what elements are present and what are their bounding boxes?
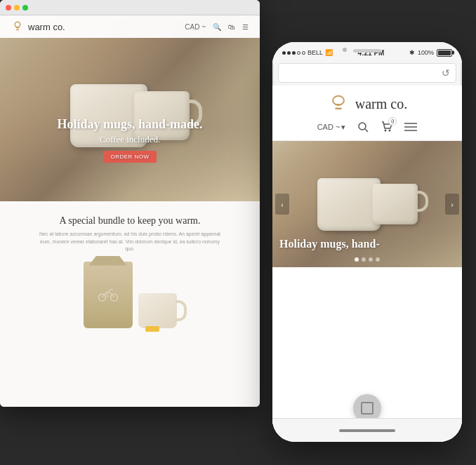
carousel-dot-4[interactable] xyxy=(376,257,380,262)
mobile-large-mug xyxy=(317,178,381,231)
site-logo: warm co. xyxy=(11,20,65,33)
battery-fill xyxy=(438,50,451,55)
desktop-site: warm co. CAD ~ 🔍 🛍 ☰ Holiday mugs, hand-… xyxy=(0,15,260,407)
hero-cta-button[interactable]: ORDER NOW xyxy=(103,151,156,163)
dropdown-chevron-icon: ▾ xyxy=(341,123,345,132)
home-indicator[interactable] xyxy=(339,429,395,432)
status-left: BELL 📶 xyxy=(282,49,333,56)
mobile-small-mug xyxy=(372,184,418,224)
mobile-bottom-bar xyxy=(272,418,462,442)
fab-icon xyxy=(361,402,373,415)
mobile-hero: ‹ › Holiday mugs, hand- xyxy=(272,141,462,267)
desktop-nav: CAD ~ 🔍 🛍 ☰ xyxy=(185,23,249,31)
signal-dot-4 xyxy=(297,51,300,55)
desktop-hero: Holiday mugs, hand-made. Coffee included… xyxy=(0,15,260,201)
maximize-dot[interactable] xyxy=(22,5,28,11)
svg-line-7 xyxy=(365,129,368,132)
mobile-bottom-content xyxy=(272,267,462,281)
signal-dot-3 xyxy=(292,51,296,55)
mobile-speaker xyxy=(353,49,381,53)
mobile-camera xyxy=(343,48,347,52)
signal-dots xyxy=(282,51,305,55)
search-icon xyxy=(357,121,369,133)
mobile-nav: CAD ~ ▾ 0 xyxy=(282,121,452,133)
browser-bar xyxy=(0,0,260,15)
status-right: ✱ 100% xyxy=(409,49,452,57)
mobile-hero-title: Holiday mugs, hand- xyxy=(279,237,380,252)
signal-dot-5 xyxy=(302,51,305,55)
battery-label: 100% xyxy=(418,49,434,56)
carousel-next-button[interactable]: › xyxy=(445,194,459,215)
svg-point-9 xyxy=(389,130,391,132)
bundle-title: A special bundle to keep you warm. xyxy=(11,215,249,227)
site-header: warm co. CAD ~ 🔍 🛍 ☰ xyxy=(0,15,260,38)
refresh-icon[interactable]: ↺ xyxy=(442,67,450,79)
mobile-url-bar[interactable]: ↺ xyxy=(278,63,456,83)
hero-background: Holiday mugs, hand-made. Coffee included… xyxy=(0,15,260,201)
logo-text: warm co. xyxy=(28,22,65,32)
hero-title: Holiday mugs, hand-made. xyxy=(0,116,260,133)
currency-text: CAD ~ xyxy=(317,123,341,131)
svg-rect-1 xyxy=(16,29,20,31)
mobile-logo-icon xyxy=(327,93,350,115)
carousel-dot-2[interactable] xyxy=(362,257,366,262)
carousel-dot-3[interactable] xyxy=(369,257,373,262)
coffee-bag-product xyxy=(84,262,133,328)
bundle-description: Nec at labore accumsan argumentum, ad hi… xyxy=(39,231,221,253)
mobile-menu-button[interactable] xyxy=(404,121,417,133)
svg-point-6 xyxy=(359,123,366,130)
mobile-currency-selector[interactable]: CAD ~ ▾ xyxy=(317,123,346,132)
mobile-logo-text: warm co. xyxy=(355,96,407,112)
signal-dot-2 xyxy=(287,51,291,55)
bundle-section: A special bundle to keep you warm. Nec a… xyxy=(0,201,260,407)
carousel-prev-button[interactable]: ‹ xyxy=(275,194,289,215)
svg-point-0 xyxy=(15,22,20,27)
wifi-icon: 📶 xyxy=(325,49,333,56)
bike-icon xyxy=(98,288,119,302)
hero-subtitle: Coffee included. xyxy=(0,134,260,145)
battery-icon xyxy=(437,49,452,57)
svg-point-4 xyxy=(333,96,344,105)
mobile-cart-button[interactable]: 0 xyxy=(381,121,393,133)
carousel-dot-1[interactable] xyxy=(355,257,359,262)
svg-point-8 xyxy=(385,130,387,132)
mobile-site-header: warm co. CAD ~ ▾ xyxy=(272,86,462,141)
currency-selector[interactable]: CAD ~ xyxy=(185,23,206,31)
mobile-logo: warm co. xyxy=(327,93,407,115)
menu-icon[interactable]: ☰ xyxy=(242,23,249,31)
mobile-search-button[interactable] xyxy=(357,121,369,133)
signal-dot-1 xyxy=(282,51,286,55)
carrier-label: BELL xyxy=(308,49,323,56)
hamburger-icon xyxy=(404,122,417,132)
svg-rect-5 xyxy=(335,108,342,109)
carousel-indicators xyxy=(355,257,380,262)
hero-text-block: Holiday mugs, hand-made. Coffee included… xyxy=(0,116,260,163)
search-icon[interactable]: 🔍 xyxy=(213,23,221,31)
cart-count: 0 xyxy=(388,117,397,126)
desktop-mockup: warm co. CAD ~ 🔍 🛍 ☰ Holiday mugs, hand-… xyxy=(0,0,260,407)
close-dot[interactable] xyxy=(6,5,11,11)
mobile-site-content: warm co. CAD ~ ▾ xyxy=(272,86,462,442)
mobile-status-bar: BELL 📶 4:21 PM ✱ 100% xyxy=(272,42,462,63)
minimize-dot[interactable] xyxy=(14,5,20,11)
price-tag xyxy=(145,326,159,332)
product-mug xyxy=(138,293,177,328)
logo-cup-icon xyxy=(11,20,24,33)
cart-icon[interactable]: 🛍 xyxy=(228,23,235,31)
mug-display xyxy=(0,29,260,201)
bluetooth-icon: ✱ xyxy=(409,49,415,56)
mobile-mockup: BELL 📶 4:21 PM ✱ 100% ↺ warm co. xyxy=(272,42,462,442)
bundle-products xyxy=(11,262,249,328)
